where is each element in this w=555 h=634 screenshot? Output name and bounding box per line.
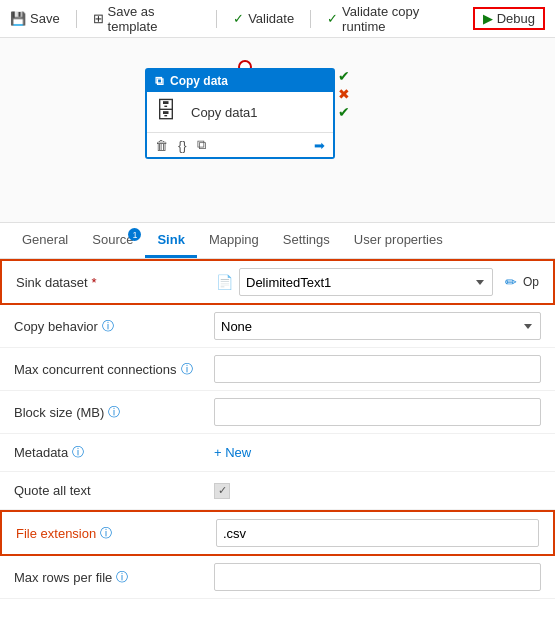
node-copy-icon: ⧉ — [155, 74, 164, 88]
metadata-control: + New — [214, 445, 541, 460]
copy-behavior-control: NoneAddPrefixMergeFilesPreserveHierarchy — [214, 312, 541, 340]
block-size-info-icon[interactable]: ⓘ — [108, 404, 120, 421]
sink-dataset-label: Sink dataset * — [16, 275, 216, 290]
status-check2-icon: ✔ — [338, 104, 350, 120]
metadata-row: Metadata ⓘ + New — [0, 434, 555, 472]
checkbox-checkmark: ✓ — [218, 484, 227, 497]
metadata-info-icon[interactable]: ⓘ — [72, 444, 84, 461]
max-concurrent-input[interactable] — [214, 355, 541, 383]
tabs-area: General Source 1 Sink Mapping Settings U… — [0, 223, 555, 259]
copy-data-node[interactable]: ⧉ Copy data 🗄 Copy data1 🗑 {} ⧉ ➡ — [145, 68, 335, 159]
tab-general-label: General — [22, 232, 68, 247]
block-size-control — [214, 398, 541, 426]
debug-play-icon: ▶ — [483, 11, 493, 26]
tab-settings-label: Settings — [283, 232, 330, 247]
save-as-template-button[interactable]: ⊞ Save as template — [93, 4, 201, 34]
delete-icon[interactable]: 🗑 — [155, 138, 168, 153]
quote-all-text-label: Quote all text — [14, 483, 214, 498]
tab-user-properties-label: User properties — [354, 232, 443, 247]
max-rows-control — [214, 563, 541, 591]
node-body: 🗄 Copy data1 — [147, 92, 333, 132]
validate-label: Validate — [248, 11, 294, 26]
block-size-row: Block size (MB) ⓘ — [0, 391, 555, 434]
copy-behavior-label: Copy behavior ⓘ — [14, 318, 214, 335]
node-status: ✔ ✖ ✔ — [338, 68, 350, 120]
max-rows-label: Max rows per file ⓘ — [14, 569, 214, 586]
quote-all-control: ✓ — [214, 483, 541, 499]
file-extension-control — [216, 519, 539, 547]
required-indicator: * — [92, 275, 97, 290]
node-toolbar: 🗑 {} ⧉ ➡ — [147, 132, 333, 157]
sink-dataset-select[interactable]: DelimitedText1 — [239, 268, 493, 296]
save-label: Save — [30, 11, 60, 26]
copy-behavior-info-icon[interactable]: ⓘ — [102, 318, 114, 335]
tab-user-properties[interactable]: User properties — [342, 224, 455, 258]
validate-copy-check-icon: ✓ — [327, 11, 338, 26]
tab-source[interactable]: Source 1 — [80, 224, 145, 258]
sink-dataset-op-label: Op — [523, 275, 539, 289]
sink-dataset-control: 📄 DelimitedText1 ✏ Op — [216, 268, 539, 296]
sink-dataset-row: Sink dataset * 📄 DelimitedText1 ✏ Op — [0, 259, 555, 305]
tab-mapping[interactable]: Mapping — [197, 224, 271, 258]
max-rows-info-icon[interactable]: ⓘ — [116, 569, 128, 586]
code-icon[interactable]: {} — [178, 138, 187, 153]
save-template-icon: ⊞ — [93, 11, 104, 26]
validate-copy-runtime-button[interactable]: ✓ Validate copy runtime — [327, 4, 457, 34]
max-concurrent-row: Max concurrent connections ⓘ — [0, 348, 555, 391]
validate-check-icon: ✓ — [233, 11, 244, 26]
debug-label: Debug — [497, 11, 535, 26]
tab-mapping-label: Mapping — [209, 232, 259, 247]
sink-dataset-edit-icon[interactable]: ✏ — [505, 274, 517, 290]
copy-icon[interactable]: ⧉ — [197, 137, 206, 153]
copy-behavior-select[interactable]: NoneAddPrefixMergeFilesPreserveHierarchy — [214, 312, 541, 340]
node-title-bar: ⧉ Copy data — [147, 70, 333, 92]
max-concurrent-label: Max concurrent connections ⓘ — [14, 361, 214, 378]
block-size-label: Block size (MB) ⓘ — [14, 404, 214, 421]
source-badge: 1 — [128, 228, 141, 241]
max-rows-row: Max rows per file ⓘ — [0, 556, 555, 599]
file-ext-info-icon[interactable]: ⓘ — [100, 525, 112, 542]
node-name: Copy data1 — [191, 105, 258, 120]
arrow-icon[interactable]: ➡ — [314, 138, 325, 153]
tab-general[interactable]: General — [10, 224, 80, 258]
save-button[interactable]: 💾 Save — [10, 11, 60, 26]
node-db-icon: 🗄 — [155, 98, 183, 126]
block-size-input[interactable] — [214, 398, 541, 426]
node-title: Copy data — [170, 74, 228, 88]
validate-button[interactable]: ✓ Validate — [233, 11, 294, 26]
tab-sink[interactable]: Sink — [145, 224, 196, 258]
max-concurrent-info-icon[interactable]: ⓘ — [181, 361, 193, 378]
file-extension-label: File extension ⓘ — [16, 525, 216, 542]
toolbar-divider-1 — [76, 10, 77, 28]
toolbar-divider-3 — [310, 10, 311, 28]
status-x-icon: ✖ — [338, 86, 350, 102]
debug-button[interactable]: ▶ Debug — [473, 7, 545, 30]
quote-all-checkbox[interactable]: ✓ — [214, 483, 230, 499]
form-area: Sink dataset * 📄 DelimitedText1 ✏ Op Cop… — [0, 259, 555, 634]
dataset-file-icon: 📄 — [216, 274, 233, 290]
tab-sink-label: Sink — [157, 232, 184, 247]
tab-source-label: Source — [92, 232, 133, 247]
save-template-label: Save as template — [108, 4, 201, 34]
file-extension-input[interactable] — [216, 519, 539, 547]
validate-copy-label: Validate copy runtime — [342, 4, 457, 34]
save-icon: 💾 — [10, 11, 26, 26]
quote-all-text-row: Quote all text ✓ — [0, 472, 555, 510]
toolbar-divider-2 — [216, 10, 217, 28]
status-check-icon: ✔ — [338, 68, 350, 84]
canvas-area: ⧉ Copy data 🗄 Copy data1 🗑 {} ⧉ ➡ ✔ ✖ ✔ — [0, 38, 555, 223]
tab-settings[interactable]: Settings — [271, 224, 342, 258]
toolbar: 💾 Save ⊞ Save as template ✓ Validate ✓ V… — [0, 0, 555, 38]
max-rows-input[interactable] — [214, 563, 541, 591]
metadata-new-button[interactable]: + New — [214, 445, 251, 460]
max-concurrent-control — [214, 355, 541, 383]
file-extension-row: File extension ⓘ — [0, 510, 555, 556]
metadata-label: Metadata ⓘ — [14, 444, 214, 461]
copy-behavior-row: Copy behavior ⓘ NoneAddPrefixMergeFilesP… — [0, 305, 555, 348]
